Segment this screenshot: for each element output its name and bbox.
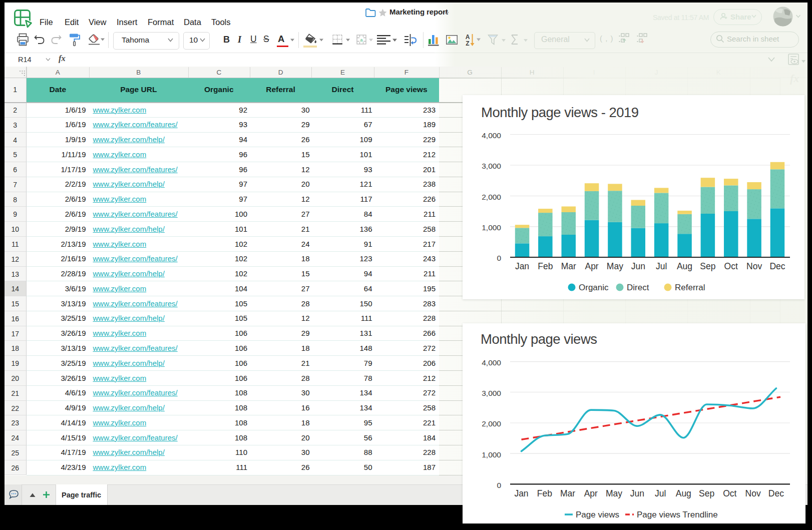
svg-text:Jun: Jun xyxy=(631,261,645,271)
svg-text:Jul: Jul xyxy=(655,488,666,498)
svg-text:Referral: Referral xyxy=(675,283,705,292)
svg-text:Aug: Aug xyxy=(676,488,691,498)
svg-text:A: A xyxy=(466,34,470,41)
svg-text:4,000: 4,000 xyxy=(482,358,501,367)
svg-text:3,000: 3,000 xyxy=(482,162,501,170)
svg-text:0: 0 xyxy=(497,481,501,489)
svg-text:Oct: Oct xyxy=(723,488,736,498)
svg-text:Page views: Page views xyxy=(576,510,619,519)
svg-text:Organic: Organic xyxy=(579,283,609,292)
svg-text:Jul: Jul xyxy=(656,261,667,271)
svg-text:Z: Z xyxy=(466,40,469,47)
svg-text:Mar: Mar xyxy=(561,261,576,271)
svg-text:3,000: 3,000 xyxy=(482,389,501,397)
svg-text:Nov: Nov xyxy=(745,488,761,498)
svg-text:Dec: Dec xyxy=(768,488,784,498)
svg-text:1,000: 1,000 xyxy=(482,450,501,459)
svg-text:Sep: Sep xyxy=(700,261,715,271)
svg-text:Feb: Feb xyxy=(537,488,552,498)
svg-text:0: 0 xyxy=(497,254,501,262)
svg-text:Monthly page views: Monthly page views xyxy=(481,331,597,347)
svg-text:Oct: Oct xyxy=(724,261,738,271)
svg-text:1,000: 1,000 xyxy=(482,223,501,232)
svg-text:Monthly page views - 2019: Monthly page views - 2019 xyxy=(481,105,639,120)
svg-text:Apr: Apr xyxy=(585,261,598,271)
svg-text:May: May xyxy=(606,488,622,498)
svg-text:Jun: Jun xyxy=(630,488,644,498)
svg-text:2,000: 2,000 xyxy=(482,419,501,428)
svg-text:4,000: 4,000 xyxy=(482,131,501,140)
svg-text:Feb: Feb xyxy=(538,261,553,271)
svg-text:2,000: 2,000 xyxy=(482,193,501,201)
svg-text:Apr: Apr xyxy=(584,488,598,498)
svg-text:Direct: Direct xyxy=(627,283,649,292)
svg-text:Jan: Jan xyxy=(515,261,529,271)
svg-text:Mar: Mar xyxy=(560,488,575,498)
svg-text:Sep: Sep xyxy=(699,488,714,498)
svg-text:Nov: Nov xyxy=(746,261,762,271)
svg-text:Jan: Jan xyxy=(514,488,528,498)
svg-text:Page views Trendline: Page views Trendline xyxy=(637,510,718,519)
svg-text:Dec: Dec xyxy=(769,261,785,271)
svg-text:May: May xyxy=(607,261,623,271)
svg-text:Aug: Aug xyxy=(677,261,692,271)
svg-text:a: a xyxy=(360,38,362,43)
